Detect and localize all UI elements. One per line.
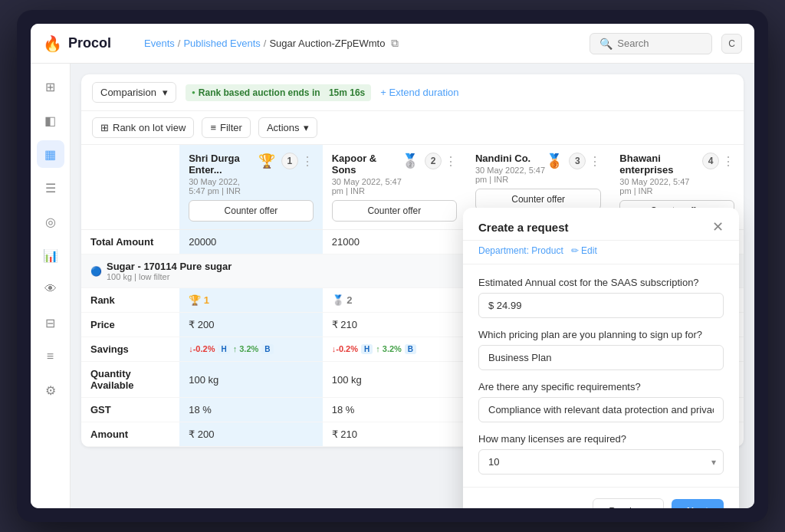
breadcrumb-published-events[interactable]: Published Events	[183, 38, 260, 49]
vendor-name-3: Nandini Co.	[475, 153, 546, 164]
savings-tag-b-2: B	[405, 344, 416, 354]
device-frame: 🔥 Procol Events / Published Events / Sug…	[17, 10, 768, 522]
form-group-pricing-plan: Which pricing plan are you planning to s…	[478, 329, 724, 370]
sidebar-item-layers[interactable]: ◧	[37, 107, 64, 134]
vendor-date-4: 30 May 2022, 5:47 pm | INR	[619, 177, 699, 195]
counter-offer-btn-2[interactable]: Counter offer	[332, 200, 457, 222]
vendor-badge-4: 4	[702, 153, 719, 169]
gst-v1: 18 %	[179, 398, 323, 422]
vendor-more-icon-1[interactable]: ⋮	[301, 154, 314, 169]
rank-lot-button[interactable]: ⊞ Rank on lot view	[92, 117, 194, 138]
rank-badge-2: 🥈 2	[332, 294, 457, 306]
savings-pos-1: ↑ 3.2%	[233, 344, 259, 354]
chevron-down-icon: ▾	[163, 87, 168, 98]
price-label: Price	[81, 313, 179, 337]
sidebar-item-document[interactable]: ☰	[37, 174, 64, 202]
filter-label: Filter	[220, 122, 242, 133]
vendor-more-icon-2[interactable]: ⋮	[445, 154, 457, 169]
comparison-select[interactable]: Comparision ▾	[92, 82, 176, 103]
next-button[interactable]: Next	[672, 499, 724, 508]
search-input[interactable]	[617, 38, 694, 49]
breadcrumb-sep1: /	[178, 38, 181, 49]
vendor-more-icon-4[interactable]: ⋮	[722, 154, 734, 169]
breadcrumb-events[interactable]: Events	[144, 38, 175, 49]
amount-v1: ₹ 200	[179, 422, 323, 447]
screen: 🔥 Procol Events / Published Events / Sug…	[31, 24, 754, 508]
savings-pos-2: ↑ 3.2%	[376, 344, 402, 354]
modal-dept-label: Department: Product	[478, 245, 563, 256]
licenses-select[interactable]: 1 2 5 10 20 50	[478, 449, 724, 475]
savings-label: Savings	[81, 337, 179, 362]
modal-body: Estimated Annual cost for the SAAS subsc…	[463, 264, 739, 487]
rank-label: Rank	[81, 288, 179, 313]
action-toolbar: ⊞ Rank on lot view ≡ Filter Actions ▾	[81, 111, 744, 145]
create-request-modal: Create a request ✕ Department: Product ✏…	[463, 208, 739, 508]
rank-lot-icon: ⊞	[100, 122, 109, 133]
qty-v1: 100 kg	[179, 362, 323, 398]
vendor-date-3: 30 May 2022, 5:47 pm | INR	[475, 166, 546, 184]
savings-neg-1: ↓-0.2%	[189, 344, 215, 354]
modal-title: Create a request	[478, 221, 569, 234]
counter-offer-btn-3[interactable]: Counter offer	[475, 189, 601, 210]
filter-button[interactable]: ≡ Filter	[202, 117, 250, 138]
saas-cost-input[interactable]	[478, 293, 724, 318]
sidebar-item-grid[interactable]: ⊞	[37, 73, 64, 100]
licenses-label: How many licenses are required?	[478, 433, 724, 445]
requirements-input[interactable]	[478, 397, 724, 422]
counter-offer-btn-1[interactable]: Counter offer	[189, 200, 314, 222]
rank-badge-1: 🏆 1	[189, 294, 314, 306]
requirements-label: Are there any specific requirements?	[478, 381, 724, 392]
rank-trophy-icon-2: 🥈	[402, 153, 419, 169]
form-group-licenses: How many licenses are required? 1 2 5 10…	[478, 433, 724, 475]
total-label: Total Amount	[81, 230, 179, 255]
vendor-more-icon-3[interactable]: ⋮	[589, 154, 601, 169]
modal-footer: Previous Next	[463, 487, 739, 508]
breadcrumb-sep2: /	[264, 38, 267, 49]
copy-icon[interactable]: ⧉	[391, 37, 399, 50]
logo-area: 🔥 Procol	[43, 34, 135, 53]
vendor-name-2: Kapoor & Sons	[332, 153, 402, 176]
logo-icon: 🔥	[43, 34, 62, 53]
vendor-date-2: 30 May 2022, 5:47 pm | INR	[332, 177, 402, 195]
empty-header	[81, 145, 179, 230]
sidebar-item-chart[interactable]: 📊	[37, 241, 64, 269]
sidebar-item-list[interactable]: ≡	[37, 343, 64, 370]
timer-value: 15m 16s	[329, 87, 365, 98]
search-bar[interactable]: 🔍	[590, 33, 712, 54]
sidebar-item-apps[interactable]: ⊟	[37, 309, 64, 337]
extend-button[interactable]: + Extend duration	[380, 87, 458, 98]
lot-sublabel: 100 kg | low filter	[107, 272, 232, 281]
actions-label: Actions	[267, 122, 300, 133]
previous-button[interactable]: Previous	[593, 498, 664, 508]
amount-v2: ₹ 210	[323, 422, 466, 447]
sidebar-item-eye[interactable]: 👁	[37, 275, 64, 303]
auction-toolbar: Comparision ▾ ● Rank based auction ends …	[81, 74, 744, 111]
savings-tag-h-1: H	[218, 344, 229, 354]
lot-label: Sugar - 170114 Pure sugar	[107, 261, 232, 272]
rank-trophy-icon-1: 🏆	[258, 153, 275, 169]
rank-lot-label: Rank on lot view	[113, 122, 186, 133]
filter-icon: ≡	[210, 122, 216, 133]
search-icon: 🔍	[599, 38, 613, 50]
rank-v2: 🥈 2	[323, 288, 466, 313]
vendor-date-1: 30 May 2022, 5:47 pm | INR	[189, 177, 258, 195]
total-v2: 21000	[323, 230, 466, 255]
modal-close-button[interactable]: ✕	[712, 220, 724, 234]
breadcrumb-current: Sugar Auction-ZFpEWmto	[269, 38, 385, 49]
timer-dot: ●	[192, 89, 195, 96]
form-group-requirements: Are there any specific requirements?	[478, 381, 724, 422]
gst-v2: 18 %	[323, 398, 466, 422]
saas-cost-label: Estimated Annual cost for the SAAS subsc…	[478, 277, 724, 288]
qty-label: Quantity Available	[81, 362, 179, 398]
sidebar-item-settings[interactable]: ⚙	[37, 376, 64, 404]
refresh-button[interactable]: C	[721, 34, 742, 54]
vendor-header-2: Kapoor & Sons 30 May 2022, 5:47 pm | INR…	[323, 145, 466, 230]
actions-button[interactable]: Actions ▾	[258, 117, 317, 138]
timer-prefix: Rank based auction ends in	[199, 87, 320, 98]
sidebar-item-circle[interactable]: ◎	[37, 208, 64, 235]
modal-edit-link[interactable]: ✏ Edit	[571, 245, 597, 256]
pricing-plan-input[interactable]	[478, 345, 724, 370]
lot-icon: 🔵	[90, 266, 102, 277]
actions-chevron-icon: ▾	[304, 122, 309, 133]
sidebar-item-dashboard[interactable]: ▦	[37, 140, 64, 168]
